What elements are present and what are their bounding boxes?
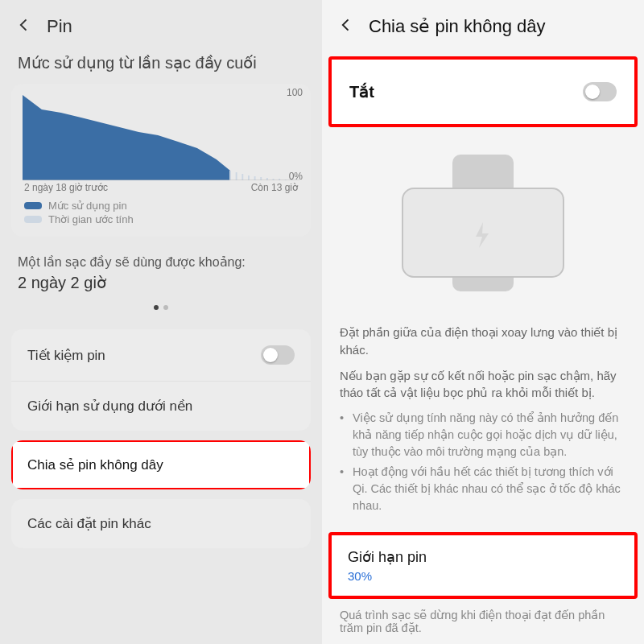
page-title: Chia sẻ pin không dây xyxy=(369,16,545,37)
description-block: Đặt phần giữa của điện thoại xoay lưng v… xyxy=(322,324,644,526)
powershare-panel: Chia sẻ pin không dây Tắt Đặt phần giữa … xyxy=(322,0,644,644)
more-battery-settings-item[interactable]: Các cài đặt pin khác xyxy=(11,499,311,548)
legend-swatch-estimate xyxy=(24,216,42,223)
page-title: Pin xyxy=(47,16,72,37)
powershare-illustration xyxy=(322,137,644,324)
pager-dots xyxy=(0,300,322,320)
wireless-powershare-item[interactable]: Chia sẻ pin không dây xyxy=(11,440,311,489)
bullet-list: •Việc sử dụng tính năng này có thể ảnh h… xyxy=(340,410,626,514)
chart-x-labels: 2 ngày 18 giờ trước Còn 13 giờ xyxy=(19,182,303,193)
desc-line-1: Đặt phần giữa của điện thoại xoay lưng v… xyxy=(340,324,626,359)
svg-rect-14 xyxy=(402,188,564,277)
chart-y-max: 100 xyxy=(287,87,303,98)
power-saving-item[interactable]: Tiết kiệm pin xyxy=(11,329,311,381)
desc-line-2: Nếu bạn gặp sự cố kết nối hoặc pin sạc c… xyxy=(340,367,626,402)
battery-settings-panel: Pin Mức sử dụng từ lần sạc đầy cuối 100 … xyxy=(0,0,322,644)
chart-x-left: 2 ngày 18 giờ trước xyxy=(24,182,108,193)
settings-list-3: Các cài đặt pin khác xyxy=(11,499,311,548)
back-icon[interactable] xyxy=(338,17,354,36)
background-limit-item[interactable]: Giới hạn sử dụng dưới nền xyxy=(11,381,311,431)
bullet-2: Hoạt động với hầu hết các thiết bị tương… xyxy=(353,464,626,514)
wireless-powershare-label: Chia sẻ pin không dây xyxy=(27,456,163,473)
battery-limit-value: 30% xyxy=(348,569,618,583)
chart-legend: Mức sử dụng pin Thời gian ước tính xyxy=(19,200,303,225)
usage-chart: 100 0% xyxy=(23,92,299,180)
chart-y-min: 0% xyxy=(289,171,303,182)
settings-list-2: Chia sẻ pin không dây xyxy=(11,440,311,489)
chart-x-right: Còn 13 giờ xyxy=(251,182,298,193)
header: Chia sẻ pin không dây xyxy=(322,0,644,53)
usage-section-label: Mức sử dụng từ lần sạc đầy cuối xyxy=(0,53,322,79)
back-icon[interactable] xyxy=(16,17,32,36)
legend-usage-label: Mức sử dụng pin xyxy=(48,200,127,212)
powershare-toggle[interactable] xyxy=(583,82,617,101)
usage-chart-card: 100 0% xyxy=(11,84,311,237)
header: Pin xyxy=(0,0,322,53)
pager-dot-active xyxy=(154,305,159,310)
footer-note: Quá trình sạc sẽ dừng khi điện thoại đạt… xyxy=(322,602,644,634)
more-battery-settings-label: Các cài đặt pin khác xyxy=(27,515,151,532)
powershare-toggle-card: Tắt xyxy=(328,56,638,127)
battery-limit-label: Giới hạn pin xyxy=(348,548,618,566)
background-limit-label: Giới hạn sử dụng dưới nền xyxy=(27,398,192,415)
power-saving-toggle[interactable] xyxy=(261,345,295,365)
full-charge-label: Một lần sạc đầy sẽ dùng được khoảng: xyxy=(18,254,304,270)
bullet-1: Việc sử dụng tính năng này có thể ảnh hư… xyxy=(353,410,626,460)
legend-estimate-label: Thời gian ước tính xyxy=(48,213,134,225)
legend-swatch-usage xyxy=(24,202,42,209)
full-charge-info: Một lần sạc đầy sẽ dùng được khoảng: 2 n… xyxy=(0,245,322,300)
full-charge-value: 2 ngày 2 giờ xyxy=(18,273,304,292)
power-saving-label: Tiết kiệm pin xyxy=(27,347,105,364)
battery-limit-item[interactable]: Giới hạn pin 30% xyxy=(328,532,638,599)
powershare-state-label: Tắt xyxy=(349,82,374,101)
svg-marker-0 xyxy=(23,95,230,180)
settings-list-1: Tiết kiệm pin Giới hạn sử dụng dưới nền xyxy=(11,329,311,431)
pager-dot xyxy=(163,305,168,310)
